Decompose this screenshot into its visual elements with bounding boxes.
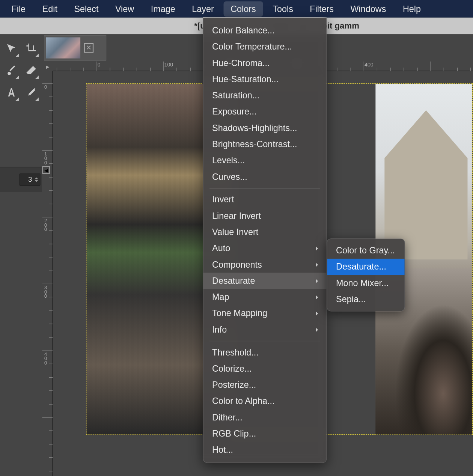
menu-colors[interactable]: Colors <box>223 1 263 17</box>
color-picker-tool[interactable] <box>21 82 40 103</box>
tool-options-panel: 3 <box>0 167 42 192</box>
menu-separator <box>209 341 320 341</box>
ruler-label: 100 <box>164 62 173 68</box>
submenu-arrow-icon <box>316 327 320 332</box>
menu-item-colorize[interactable]: Colorize... <box>203 361 327 377</box>
menu-layer[interactable]: Layer <box>185 1 221 17</box>
ruler-label: 200 <box>43 218 48 231</box>
menu-item-rgb-clip[interactable]: RGB Clip... <box>203 426 327 442</box>
nav-left-icon[interactable]: ◂ <box>42 166 50 174</box>
ruler-label: 0 <box>43 84 48 89</box>
text-tool[interactable] <box>2 82 21 103</box>
menu-item-color-temperature[interactable]: Color Temperature... <box>203 39 327 55</box>
menu-item-saturation[interactable]: Saturation... <box>203 87 327 104</box>
submenu-item-color-to-gray[interactable]: Color to Gray... <box>327 243 405 259</box>
menu-item-desaturate[interactable]: Desaturate <box>203 273 327 289</box>
menu-item-brightness-contrast[interactable]: Brightness-Contrast... <box>203 136 327 152</box>
spinner-value: 3 <box>28 176 32 183</box>
menu-tools[interactable]: Tools <box>266 1 300 17</box>
move-tool[interactable] <box>2 38 21 59</box>
submenu-arrow-icon <box>316 262 320 267</box>
menu-item-dither[interactable]: Dither... <box>203 409 327 425</box>
menu-item-components[interactable]: Components <box>203 256 327 273</box>
menu-item-info[interactable]: Info <box>203 321 327 337</box>
ruler-label: 400 <box>365 62 373 68</box>
menu-edit[interactable]: Edit <box>35 1 65 17</box>
menu-item-hue-chroma[interactable]: Hue-Chroma... <box>203 55 327 71</box>
menu-item-hue-saturation[interactable]: Hue-Saturation... <box>203 71 327 87</box>
menu-item-color-to-alpha[interactable]: Color to Alpha... <box>203 393 327 409</box>
desaturate-submenu: Color to Gray...Desaturate...Mono Mixer.… <box>327 238 405 311</box>
menu-item-curves[interactable]: Curves... <box>203 169 327 185</box>
image-tab[interactable]: ✕ <box>44 35 106 61</box>
menu-filters[interactable]: Filters <box>303 1 341 17</box>
menu-item-hot[interactable]: Hot... <box>203 442 327 458</box>
menu-item-map[interactable]: Map <box>203 289 327 305</box>
submenu-item-desaturate[interactable]: Desaturate... <box>327 259 405 275</box>
submenu-item-mono-mixer[interactable]: Mono Mixer... <box>327 275 405 291</box>
ruler-label: 100 <box>43 151 48 164</box>
menu-item-color-balance[interactable]: Color Balance... <box>203 23 327 39</box>
ruler-label: 0 <box>98 62 101 68</box>
menu-item-levels[interactable]: Levels... <box>203 152 327 169</box>
ruler-corner[interactable]: ▸ <box>42 62 53 71</box>
toolbox <box>0 34 42 476</box>
menu-item-value-invert[interactable]: Value Invert <box>203 224 327 240</box>
menu-separator <box>209 188 320 188</box>
option-spinner[interactable]: 3 <box>19 173 40 186</box>
close-icon[interactable]: ✕ <box>84 43 93 53</box>
menu-item-exposure[interactable]: Exposure... <box>203 104 327 120</box>
submenu-arrow-icon <box>316 311 320 316</box>
menu-select[interactable]: Select <box>67 1 105 17</box>
menu-item-tone-mapping[interactable]: Tone Mapping <box>203 305 327 321</box>
paintbrush-tool[interactable] <box>2 60 21 81</box>
menu-help[interactable]: Help <box>396 1 428 17</box>
eraser-tool[interactable] <box>21 60 40 81</box>
menubar: FileEditSelectViewImageLayerColorsToolsF… <box>0 0 473 18</box>
menu-view[interactable]: View <box>108 1 141 17</box>
submenu-arrow-icon <box>316 279 320 283</box>
menu-item-threshold[interactable]: Threshold... <box>203 344 327 360</box>
ruler-label: 300 <box>43 285 48 298</box>
menu-windows[interactable]: Windows <box>343 1 393 17</box>
submenu-item-sepia[interactable]: Sepia... <box>327 291 405 307</box>
menu-item-invert[interactable]: Invert <box>203 191 327 208</box>
vertical-ruler[interactable]: 0100200300400 <box>42 71 53 476</box>
menu-item-auto[interactable]: Auto <box>203 240 327 256</box>
submenu-arrow-icon <box>316 246 320 251</box>
menu-item-linear-invert[interactable]: Linear Invert <box>203 208 327 224</box>
menu-item-posterize[interactable]: Posterize... <box>203 377 327 393</box>
submenu-arrow-icon <box>316 295 320 300</box>
menu-item-shadows-highlights[interactable]: Shadows-Highlights... <box>203 120 327 136</box>
menu-file[interactable]: File <box>5 1 33 17</box>
menu-image[interactable]: Image <box>144 1 182 17</box>
image-thumbnail <box>46 37 80 58</box>
image-content-building <box>380 110 472 260</box>
ruler-label: 400 <box>43 351 48 365</box>
crop-tool[interactable] <box>21 38 40 59</box>
colors-menu-dropdown: Color Balance...Color Temperature...Hue-… <box>203 18 327 463</box>
